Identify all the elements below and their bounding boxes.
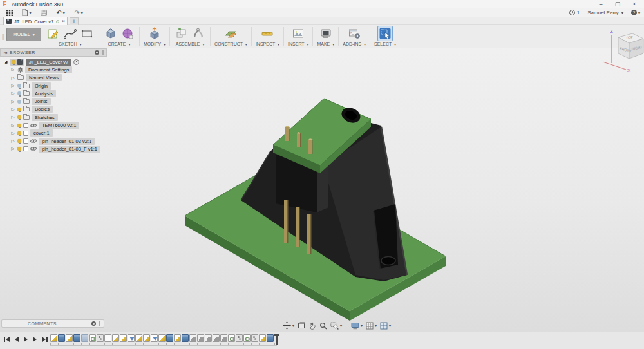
timeline-feature-joint[interactable] bbox=[97, 334, 104, 342]
create-sketch-button[interactable] bbox=[46, 26, 61, 41]
look-at-button[interactable] bbox=[296, 321, 307, 330]
zoom-button[interactable] bbox=[318, 321, 328, 330]
spline-button[interactable] bbox=[62, 26, 78, 41]
expand-arrow-icon[interactable]: ▷ bbox=[10, 115, 15, 120]
browser-item[interactable]: ▷Bodies bbox=[0, 106, 107, 113]
press-pull-button[interactable] bbox=[147, 26, 162, 41]
timeline-feature-sketch[interactable] bbox=[50, 334, 57, 342]
timeline-feature-chevron[interactable] bbox=[128, 334, 135, 342]
expand-arrow-icon[interactable]: ▷ bbox=[10, 67, 15, 72]
window-zoom-button[interactable]: ▾ bbox=[329, 321, 343, 330]
timeline-feature-sketch[interactable] bbox=[259, 334, 266, 342]
expand-arrow-icon[interactable]: ▷ bbox=[10, 91, 15, 96]
gear-icon[interactable] bbox=[95, 50, 99, 55]
panel-handle[interactable] bbox=[99, 321, 100, 326]
collapse-panel-icon[interactable]: ◂◂ bbox=[3, 50, 6, 55]
activate-component-radio[interactable] bbox=[73, 59, 79, 65]
insert-button[interactable] bbox=[290, 26, 306, 41]
expand-arrow-icon[interactable]: ▷ bbox=[10, 138, 15, 144]
make-menu[interactable]: MAKE ▾ bbox=[317, 42, 334, 46]
expand-arrow-icon[interactable]: ▷ bbox=[10, 75, 15, 80]
timeline-feature-fillet[interactable] bbox=[197, 334, 204, 342]
select-menu[interactable]: SELECT ▾ bbox=[374, 42, 396, 46]
browser-item-label[interactable]: TEMT6000 v2:1 bbox=[39, 122, 79, 129]
insert-menu[interactable]: INSERT ▾ bbox=[288, 42, 308, 46]
timeline-feature-extrude-dim[interactable] bbox=[81, 334, 88, 342]
panel-handle[interactable] bbox=[102, 50, 104, 55]
go-to-end-button[interactable] bbox=[41, 335, 49, 343]
browser-item[interactable]: ▷pin_header_01-03 v2:1 bbox=[0, 137, 107, 145]
timeline-feature-link[interactable] bbox=[89, 334, 96, 342]
timeline-feature-box[interactable] bbox=[104, 334, 111, 342]
visibility-bulb-icon[interactable] bbox=[17, 84, 21, 88]
viewports-button[interactable]: ▾ bbox=[379, 321, 392, 330]
timeline-feature-extrude[interactable] bbox=[182, 334, 189, 342]
browser-item[interactable]: ▷pin_header_01-03_F v1:1 bbox=[0, 145, 107, 153]
expand-arrow-icon[interactable]: ▷ bbox=[10, 107, 15, 112]
timeline-feature-fillet[interactable] bbox=[220, 334, 227, 342]
expanded-arrow-icon[interactable]: ◢ bbox=[3, 59, 8, 64]
timeline-feature-link[interactable] bbox=[243, 334, 251, 342]
browser-panel-header[interactable]: ◂◂ BROWSER bbox=[0, 48, 107, 57]
tab-close-icon[interactable]: × bbox=[62, 19, 65, 24]
create-menu[interactable]: CREATE ▾ bbox=[108, 42, 131, 46]
timeline-feature-sketch[interactable] bbox=[158, 334, 166, 342]
document-tab[interactable]: JT_LED_Cover v7 × bbox=[3, 17, 68, 25]
addins-menu[interactable]: ADD-INS ▾ bbox=[343, 42, 366, 46]
step-forward-button[interactable] bbox=[32, 335, 38, 343]
timeline-feature-fillet[interactable] bbox=[205, 334, 212, 342]
visibility-bulb-icon[interactable] bbox=[17, 115, 21, 119]
rectangle-button[interactable] bbox=[79, 26, 95, 41]
visibility-bulb-icon[interactable] bbox=[17, 131, 21, 135]
browser-item-label[interactable]: Joints bbox=[32, 98, 51, 105]
redo-button[interactable]: ↷▾ bbox=[74, 8, 82, 17]
create-box-button[interactable] bbox=[103, 26, 118, 41]
browser-item[interactable]: ▷Named Views bbox=[0, 74, 107, 82]
assemble-menu[interactable]: ASSEMBLE ▾ bbox=[176, 42, 205, 46]
expand-arrow-icon[interactable]: ▷ bbox=[10, 123, 15, 128]
maximize-button[interactable]: ▢ bbox=[609, 0, 626, 8]
timeline-feature-joint[interactable] bbox=[236, 334, 243, 342]
go-to-start-button[interactable] bbox=[3, 335, 11, 343]
browser-item-label[interactable]: Sketches bbox=[32, 114, 58, 121]
make-button[interactable] bbox=[318, 26, 334, 41]
help-menu[interactable]: ? ▾ bbox=[631, 10, 640, 15]
step-back-button[interactable] bbox=[14, 335, 20, 343]
expand-arrow-icon[interactable]: ▷ bbox=[10, 131, 15, 136]
display-settings-button[interactable]: ▾ bbox=[350, 321, 364, 330]
visibility-bulb-icon[interactable] bbox=[17, 139, 21, 143]
construct-menu[interactable]: CONSTRUCT ▾ bbox=[214, 42, 247, 46]
timeline-feature-extrude[interactable] bbox=[58, 334, 65, 342]
browser-item[interactable]: ▷Sketches bbox=[0, 113, 107, 121]
timeline-feature-extrude[interactable] bbox=[166, 334, 173, 342]
browser-item[interactable]: ▷Origin bbox=[0, 82, 107, 90]
undo-button[interactable]: ↶▾ bbox=[56, 8, 64, 17]
modify-menu[interactable]: MODIFY ▾ bbox=[144, 42, 166, 46]
select-button[interactable] bbox=[377, 26, 393, 41]
timeline-feature-sketch[interactable] bbox=[120, 334, 127, 342]
timeline-feature-sketch[interactable] bbox=[66, 334, 73, 342]
visibility-bulb-icon[interactable] bbox=[12, 60, 15, 64]
browser-root-label[interactable]: JT_LED_Cover v7 bbox=[26, 59, 71, 66]
timeline-feature-joint[interactable] bbox=[251, 334, 258, 342]
timeline-feature-sketch[interactable] bbox=[174, 334, 181, 342]
browser-item-label[interactable]: Bodies bbox=[32, 106, 53, 113]
new-tab-button[interactable]: + bbox=[70, 17, 79, 25]
minimize-button[interactable]: – bbox=[592, 0, 609, 8]
expand-arrow-icon[interactable]: ▷ bbox=[10, 146, 15, 151]
browser-item[interactable]: ▷TEMT6000 v2:1 bbox=[0, 121, 107, 129]
construction-plane-button[interactable] bbox=[223, 26, 238, 41]
play-button[interactable] bbox=[23, 335, 29, 343]
timeline-feature-fillet[interactable] bbox=[213, 334, 220, 342]
browser-item[interactable]: ▷Analysis bbox=[0, 90, 107, 97]
comments-panel[interactable]: COMMENTS bbox=[1, 319, 104, 328]
timeline-feature-extrude[interactable] bbox=[73, 334, 80, 342]
browser-item[interactable]: ▷cover:1 bbox=[0, 129, 107, 137]
view-cube[interactable]: Z X TOP FRONT RIGHT bbox=[592, 26, 644, 77]
browser-root-item[interactable]: ◢ JT_LED_Cover v7 bbox=[0, 58, 107, 66]
visibility-bulb-icon[interactable] bbox=[17, 147, 21, 151]
browser-item[interactable]: ▷Document Settings bbox=[0, 66, 107, 73]
timeline-feature-sketch[interactable] bbox=[135, 334, 142, 342]
gear-icon[interactable] bbox=[91, 321, 96, 326]
inspect-menu[interactable]: INSPECT ▾ bbox=[256, 42, 279, 46]
